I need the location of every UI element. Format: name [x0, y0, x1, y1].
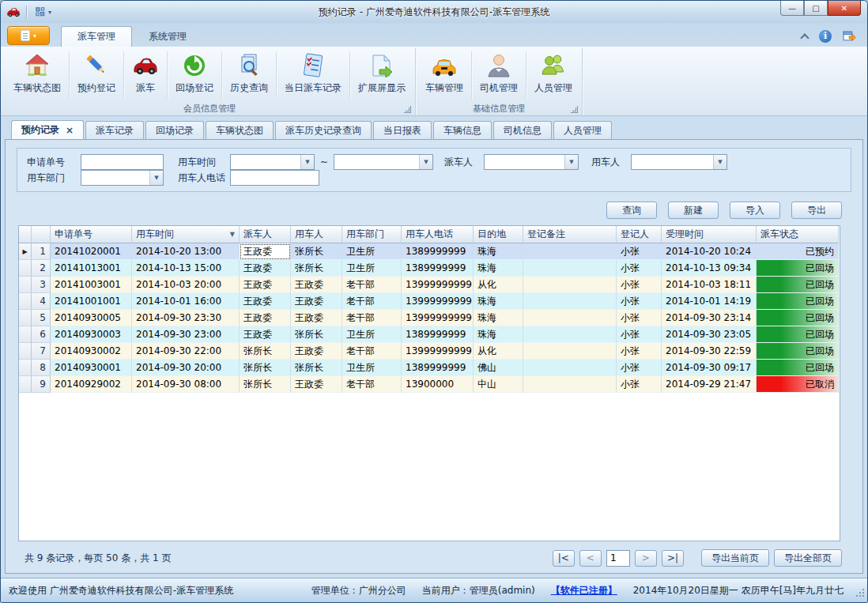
- cell-order[interactable]: 20140930001: [51, 360, 132, 376]
- row-number-cell[interactable]: 6: [32, 326, 51, 343]
- doc-tab-9[interactable]: 人员管理: [553, 121, 612, 139]
- cell-phone[interactable]: 1389999999: [402, 360, 474, 376]
- table-row-8[interactable]: 8201409300012014-09-30 20:00张所长张所长卫生所138…: [19, 360, 840, 376]
- cell-note[interactable]: [523, 343, 617, 360]
- cell-registrar[interactable]: 小张: [617, 293, 662, 310]
- cell-status[interactable]: 已回场: [757, 310, 839, 326]
- ribbon-button-house[interactable]: 车辆状态图: [6, 48, 69, 102]
- cell-user[interactable]: 王政委: [291, 310, 342, 326]
- ribbon-button-extend-screen[interactable]: 扩展屏显示: [350, 48, 413, 102]
- cell-status[interactable]: 已回场: [757, 293, 839, 310]
- row-indicator-cell[interactable]: [19, 326, 32, 343]
- cell-registrar[interactable]: 小张: [617, 376, 662, 393]
- cell-dest[interactable]: 珠海: [474, 243, 523, 260]
- cell-accepted[interactable]: 2014-10-01 14:19: [662, 293, 757, 310]
- cell-user[interactable]: 王政委: [291, 376, 342, 393]
- use-time-from-combo[interactable]: ▼: [230, 154, 315, 170]
- cell-order[interactable]: 20140930002: [51, 343, 132, 360]
- row-number-cell[interactable]: 8: [32, 360, 51, 376]
- table-row-4[interactable]: 4201410010012014-10-01 16:00王政委王政委老干部139…: [19, 293, 840, 310]
- cell-status[interactable]: 已回场: [757, 326, 839, 343]
- cell-order[interactable]: 20141020001: [51, 243, 132, 260]
- row-number-cell[interactable]: 3: [32, 277, 51, 293]
- cell-time[interactable]: 2014-10-13 15:00: [132, 260, 240, 277]
- doc-tab-6[interactable]: 当日报表: [373, 121, 432, 139]
- dispatcher-combo[interactable]: ▼: [484, 154, 579, 170]
- use-time-to-combo[interactable]: ▼: [334, 154, 433, 170]
- cell-user[interactable]: 王政委: [291, 343, 342, 360]
- cell-status[interactable]: 已回场: [757, 360, 839, 376]
- page-number-input[interactable]: [606, 550, 630, 567]
- cell-dept[interactable]: 卫生所: [342, 260, 402, 277]
- cell-dest[interactable]: 从化: [474, 343, 523, 360]
- software-registered-link[interactable]: 【软件已注册】: [551, 584, 617, 597]
- cell-user[interactable]: 张所长: [291, 360, 342, 376]
- doc-tab-4[interactable]: 车辆状态图: [206, 121, 274, 139]
- cell-dept[interactable]: 卫生所: [342, 326, 402, 343]
- row-indicator-cell[interactable]: [19, 310, 32, 326]
- cell-order[interactable]: 20141001001: [51, 293, 132, 310]
- cell-dest[interactable]: 从化: [474, 277, 523, 293]
- row-indicator-cell[interactable]: ▶: [19, 243, 32, 260]
- ribbon-button-checklist[interactable]: 当日派车记录: [277, 48, 349, 102]
- use-dept-combo[interactable]: ▼: [81, 170, 164, 186]
- column-header-status[interactable]: 派车状态: [757, 226, 839, 243]
- cell-registrar[interactable]: 小张: [617, 310, 662, 326]
- cell-note[interactable]: [523, 293, 617, 310]
- cell-dept[interactable]: 老干部: [342, 293, 402, 310]
- doc-tab-5[interactable]: 派车历史记录查询: [275, 121, 372, 139]
- cell-dispatcher[interactable]: 王政委: [240, 326, 291, 343]
- table-row-6[interactable]: 6201409300032014-09-30 23:00王政委张所长卫生所138…: [19, 326, 840, 343]
- cell-phone[interactable]: 13999999999: [402, 277, 474, 293]
- cell-phone[interactable]: 13999999999: [402, 293, 474, 310]
- cell-dispatcher[interactable]: 张所长: [240, 343, 291, 360]
- cell-dept[interactable]: 卫生所: [342, 243, 402, 260]
- column-header-order[interactable]: 申请单号: [51, 226, 132, 243]
- doc-tab-1[interactable]: 预约记录×: [11, 120, 84, 139]
- cell-dispatcher[interactable]: 王政委: [240, 260, 291, 277]
- cell-phone[interactable]: 13999999999: [402, 343, 474, 360]
- cell-registrar[interactable]: 小张: [617, 277, 662, 293]
- dialog-launcher-icon[interactable]: [571, 106, 578, 113]
- query-button[interactable]: 查询: [606, 202, 657, 219]
- cell-dest[interactable]: 佛山: [474, 360, 523, 376]
- doc-tab-2[interactable]: 派车记录: [85, 121, 144, 139]
- column-header-time[interactable]: 用车时间▼: [132, 226, 240, 243]
- cell-user[interactable]: 张所长: [291, 260, 342, 277]
- user-phone-input[interactable]: [230, 170, 319, 186]
- cell-user[interactable]: 王政委: [291, 277, 342, 293]
- row-number-cell[interactable]: 4: [32, 293, 51, 310]
- ribbon-button-history-search[interactable]: 历史查询: [222, 48, 276, 102]
- cell-registrar[interactable]: 小张: [617, 343, 662, 360]
- table-row-9[interactable]: 9201409290022014-09-30 08:00张所长王政委老干部139…: [19, 376, 840, 393]
- cell-time[interactable]: 2014-09-30 23:30: [132, 310, 240, 326]
- cell-accepted[interactable]: 2014-09-30 09:17: [662, 360, 757, 376]
- cell-dept[interactable]: 卫生所: [342, 360, 402, 376]
- cell-dest[interactable]: 珠海: [474, 260, 523, 277]
- cell-dispatcher[interactable]: 张所长: [240, 376, 291, 393]
- cell-order[interactable]: 20140929002: [51, 376, 132, 393]
- cell-note[interactable]: [523, 243, 617, 260]
- cell-order[interactable]: 20140930005: [51, 310, 132, 326]
- prev-page-button[interactable]: <: [579, 550, 602, 567]
- cell-status[interactable]: 已回场: [757, 277, 839, 293]
- cell-order[interactable]: 20140930003: [51, 326, 132, 343]
- cell-note[interactable]: [523, 260, 617, 277]
- cell-note[interactable]: [523, 376, 617, 393]
- ribbon-button-pencil[interactable]: 预约登记: [70, 48, 123, 102]
- table-row-5[interactable]: 5201409300052014-09-30 23:30王政委王政委老干部139…: [19, 310, 840, 326]
- row-indicator-cell[interactable]: [19, 293, 32, 310]
- cell-time[interactable]: 2014-10-03 20:00: [132, 277, 240, 293]
- car-user-combo[interactable]: ▼: [631, 154, 727, 170]
- cell-user[interactable]: 张所长: [291, 326, 342, 343]
- row-indicator-cell[interactable]: [19, 376, 32, 393]
- cell-registrar[interactable]: 小张: [617, 360, 662, 376]
- cell-user[interactable]: 张所长: [291, 243, 342, 260]
- doc-tab-7[interactable]: 车辆信息: [433, 121, 492, 139]
- collapse-ribbon-icon[interactable]: [801, 32, 808, 40]
- row-indicator-cell[interactable]: [19, 277, 32, 293]
- row-number-cell[interactable]: 9: [32, 376, 51, 393]
- cell-dest[interactable]: 珠海: [474, 293, 523, 310]
- cell-dispatcher[interactable]: 张所长: [240, 360, 291, 376]
- cell-order[interactable]: 20141013001: [51, 260, 132, 277]
